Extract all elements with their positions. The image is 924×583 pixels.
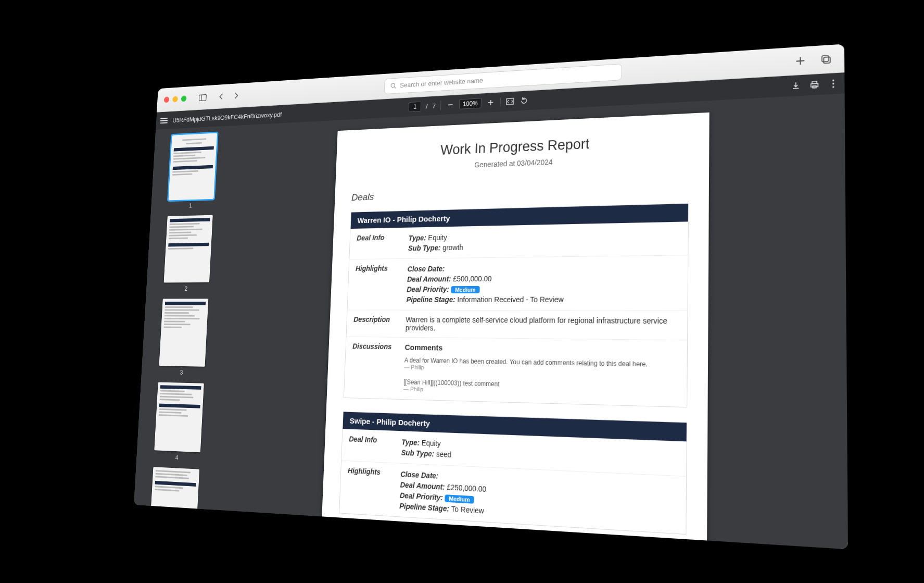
page-thumbnail[interactable] — [149, 467, 199, 510]
row-label: Highlights — [346, 466, 400, 511]
svg-point-17 — [832, 86, 834, 88]
svg-rect-7 — [824, 56, 830, 63]
row-label: Highlights — [354, 264, 408, 304]
field-value: £500,000.00 — [452, 274, 491, 282]
field-value: £250,000.00 — [447, 482, 486, 493]
thumbnail-number: 3 — [180, 369, 183, 376]
svg-rect-0 — [199, 94, 206, 101]
field-label: Deal Priority: — [399, 491, 442, 502]
field-value: growth — [442, 243, 463, 251]
field-label: Pipeline Stage: — [399, 501, 449, 513]
comments-heading: Comments — [404, 342, 679, 355]
rotate-button[interactable] — [519, 96, 528, 106]
pdf-page-area[interactable]: Work In Progress Report Generated at 03/… — [215, 93, 847, 549]
field-label: Type: — [408, 233, 426, 242]
pdf-menu-button[interactable] — [160, 117, 168, 123]
svg-point-2 — [390, 83, 394, 87]
more-menu-button[interactable] — [828, 78, 839, 89]
search-icon — [390, 82, 396, 89]
page-thumbnail[interactable] — [163, 215, 212, 282]
field-label: Sub Type: — [401, 448, 434, 458]
pdf-page-input[interactable] — [409, 101, 421, 111]
zoom-in-button[interactable] — [486, 97, 495, 107]
section-heading: Deals — [351, 181, 689, 203]
minimize-window-button[interactable] — [172, 96, 178, 102]
field-value: Equity — [428, 233, 447, 241]
field-label: Type: — [401, 438, 420, 447]
field-label: Close Date: — [400, 469, 438, 480]
pdf-page: Work In Progress Report Generated at 03/… — [317, 112, 709, 549]
deal-card: Warren IO - Philip Docherty Deal Info Ty… — [343, 203, 688, 407]
priority-pill: Medium — [445, 494, 474, 504]
page-thumbnail[interactable] — [168, 133, 217, 200]
svg-point-15 — [832, 79, 833, 81]
field-label: Sub Type: — [408, 243, 440, 252]
field-label: Deal Amount: — [400, 480, 445, 491]
window-controls — [163, 95, 186, 103]
fit-page-button[interactable] — [505, 96, 514, 106]
thumbnail-number: 1 — [189, 202, 192, 209]
svg-line-8 — [448, 104, 452, 105]
pdf-total-pages: 7 — [432, 102, 436, 109]
field-label: Deal Amount: — [407, 275, 451, 283]
page-thumbnail[interactable] — [154, 382, 204, 452]
tabs-overview-button[interactable] — [817, 50, 834, 68]
browser-window: Search or enter website name U5RFdMpjdGT… — [134, 44, 848, 549]
svg-rect-12 — [812, 81, 816, 83]
field-value: Information Received - To Review — [457, 295, 564, 303]
new-tab-button[interactable] — [791, 52, 809, 69]
row-label: Deal Info — [348, 435, 402, 457]
zoom-out-button[interactable] — [446, 100, 454, 109]
thumbnail-number: 4 — [175, 454, 178, 461]
print-button[interactable] — [809, 79, 819, 90]
page-thumbnail[interactable] — [159, 298, 208, 366]
priority-pill: Medium — [451, 286, 479, 293]
url-search-placeholder: Search or enter website name — [399, 76, 483, 89]
deal-card: Swipe - Philip Docherty Deal Info Type:E… — [339, 411, 687, 535]
field-label: Close Date: — [407, 264, 445, 272]
nav-back-button[interactable] — [214, 89, 227, 103]
thumbnail-number: 2 — [184, 285, 187, 292]
pdf-page-sep: / — [425, 102, 427, 109]
close-window-button[interactable] — [163, 96, 169, 103]
row-label: Description — [353, 315, 406, 332]
svg-point-16 — [832, 82, 833, 84]
field-value: To Review — [451, 504, 484, 515]
maximize-window-button[interactable] — [181, 95, 186, 102]
sidebar-toggle-button[interactable] — [196, 90, 209, 105]
pdf-file-name: U5RFdMpjdGTLsk9O9kFC4kFnBrizwoxy.pdf — [172, 110, 282, 123]
svg-rect-13 — [811, 83, 818, 87]
description-text: Warren is a complete self-service cloud … — [405, 315, 667, 332]
field-label: Pipeline Stage: — [406, 295, 455, 303]
nav-forward-button[interactable] — [230, 88, 243, 103]
row-label: Deal Info — [356, 233, 409, 254]
svg-rect-6 — [821, 55, 828, 61]
field-value: Equity — [421, 438, 440, 448]
pdf-zoom-level[interactable]: 100% — [459, 98, 481, 109]
field-value: seed — [436, 450, 451, 459]
field-label: Deal Priority: — [407, 285, 449, 293]
svg-line-1 — [201, 94, 201, 101]
row-label: Discussions — [350, 342, 404, 394]
download-button[interactable] — [790, 80, 801, 91]
